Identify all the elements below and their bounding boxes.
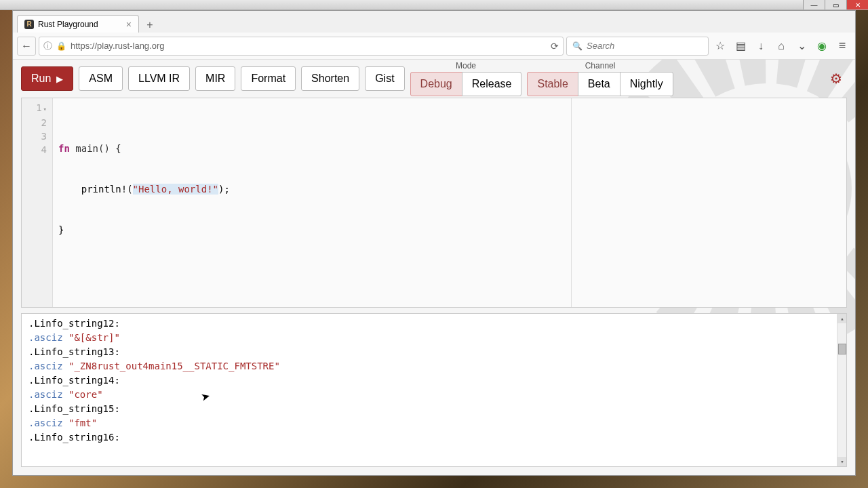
channel-beta-button[interactable]: Beta bbox=[578, 72, 620, 96]
site-info-icon[interactable]: ⓘ bbox=[43, 40, 52, 52]
output-panel[interactable]: .Linfo_string12: .asciz "&[&str]" .Linfo… bbox=[21, 313, 847, 467]
url-text: https://play.rust-lang.org bbox=[71, 41, 165, 51]
line-number: 1▾ bbox=[24, 101, 47, 116]
code-text-area[interactable]: fn main() { println!("Hello, world!"); } bbox=[53, 98, 846, 307]
fold-icon[interactable]: ▾ bbox=[43, 106, 47, 113]
channel-label: Channel bbox=[585, 61, 616, 70]
tab-close-icon[interactable]: × bbox=[126, 19, 132, 30]
output-line: .asciz "core" bbox=[28, 388, 840, 402]
shorten-button[interactable]: Shorten bbox=[301, 66, 359, 91]
output-line: .Linfo_string15: bbox=[28, 402, 840, 416]
mode-debug-button[interactable]: Debug bbox=[410, 72, 462, 96]
bookmark-star-icon[interactable]: ☆ bbox=[711, 37, 729, 55]
back-button[interactable]: ← bbox=[17, 37, 36, 56]
run-label: Run bbox=[31, 73, 51, 85]
asm-button[interactable]: ASM bbox=[79, 66, 123, 91]
line-number: 4 bbox=[24, 143, 47, 157]
downloads-icon[interactable]: ↓ bbox=[752, 37, 770, 55]
channel-stable-button[interactable]: Stable bbox=[527, 72, 578, 96]
search-icon: 🔍 bbox=[572, 41, 583, 51]
editor-ruler bbox=[571, 98, 572, 307]
library-icon[interactable]: ▤ bbox=[732, 37, 749, 55]
output-line: .Linfo_string16: bbox=[28, 430, 840, 445]
mir-button[interactable]: MIR bbox=[195, 66, 235, 91]
settings-gear-icon[interactable]: ⚙ bbox=[825, 68, 847, 89]
line-number: 3 bbox=[24, 129, 47, 143]
output-line: .Linfo_string14: bbox=[28, 373, 840, 388]
tab-title: Rust Playground bbox=[38, 20, 98, 29]
url-bar[interactable]: ⓘ 🔒 https://play.rust-lang.org ⟳ bbox=[39, 37, 564, 56]
reload-icon[interactable]: ⟳ bbox=[551, 41, 559, 52]
search-input[interactable] bbox=[587, 41, 703, 51]
line-number: 2 bbox=[24, 116, 47, 129]
output-line: .asciz "&[&str]" bbox=[28, 331, 840, 345]
output-line: .asciz "_ZN8rust_out4main15__STATIC_FMTS… bbox=[28, 359, 840, 373]
run-button[interactable]: Run ▶ bbox=[21, 66, 73, 91]
page-content: Run ▶ ASM LLVM IR MIR Format Shorten Gis… bbox=[13, 60, 855, 475]
code-editor[interactable]: 1▾ 2 3 4 fn main() { println!("Hello, wo… bbox=[21, 98, 847, 308]
output-line: .Linfo_string12: bbox=[28, 317, 840, 331]
lock-icon: 🔒 bbox=[56, 41, 66, 51]
llvm-ir-button[interactable]: LLVM IR bbox=[128, 66, 190, 91]
new-tab-button[interactable]: + bbox=[142, 18, 158, 33]
addon-icon[interactable]: ◉ bbox=[813, 37, 831, 55]
line-gutter: 1▾ 2 3 4 bbox=[22, 98, 53, 307]
mode-group: Mode Debug Release bbox=[410, 61, 522, 96]
tab-strip: R Rust Playground × + bbox=[13, 11, 855, 33]
scroll-thumb[interactable] bbox=[838, 344, 846, 354]
maximize-button[interactable]: ▭ bbox=[825, 0, 846, 9]
playground-toolbar: Run ▶ ASM LLVM IR MIR Format Shorten Gis… bbox=[13, 60, 855, 98]
output-line: .asciz "fmt" bbox=[28, 416, 840, 430]
mode-release-button[interactable]: Release bbox=[462, 72, 522, 96]
hamburger-menu-icon[interactable]: ≡ bbox=[833, 37, 851, 55]
channel-nightly-button[interactable]: Nightly bbox=[620, 72, 673, 96]
channel-group: Channel Stable Beta Nightly bbox=[527, 61, 673, 96]
gist-button[interactable]: Gist bbox=[365, 66, 404, 91]
mode-label: Mode bbox=[456, 61, 476, 70]
browser-search-bar[interactable]: 🔍 bbox=[566, 37, 709, 56]
navigation-bar: ← ⓘ 🔒 https://play.rust-lang.org ⟳ 🔍 ☆ ▤… bbox=[13, 33, 855, 60]
home-icon[interactable]: ⌂ bbox=[772, 37, 790, 55]
window-titlebar: — ▭ ✕ bbox=[0, 0, 868, 10]
play-icon: ▶ bbox=[56, 74, 63, 84]
scroll-up-icon[interactable]: ▴ bbox=[837, 314, 847, 323]
browser-tab[interactable]: R Rust Playground × bbox=[17, 15, 139, 33]
browser-window: R Rust Playground × + ← ⓘ 🔒 https://play… bbox=[12, 10, 856, 476]
minimize-button[interactable]: — bbox=[803, 0, 825, 9]
output-scrollbar[interactable]: ▴ ▾ bbox=[837, 314, 846, 466]
window-close-button[interactable]: ✕ bbox=[846, 0, 868, 9]
format-button[interactable]: Format bbox=[241, 66, 296, 91]
scroll-down-icon[interactable]: ▾ bbox=[837, 457, 847, 466]
rust-favicon: R bbox=[24, 20, 34, 29]
pocket-icon[interactable]: ⌄ bbox=[793, 37, 810, 55]
output-line: .Linfo_string13: bbox=[28, 345, 840, 359]
